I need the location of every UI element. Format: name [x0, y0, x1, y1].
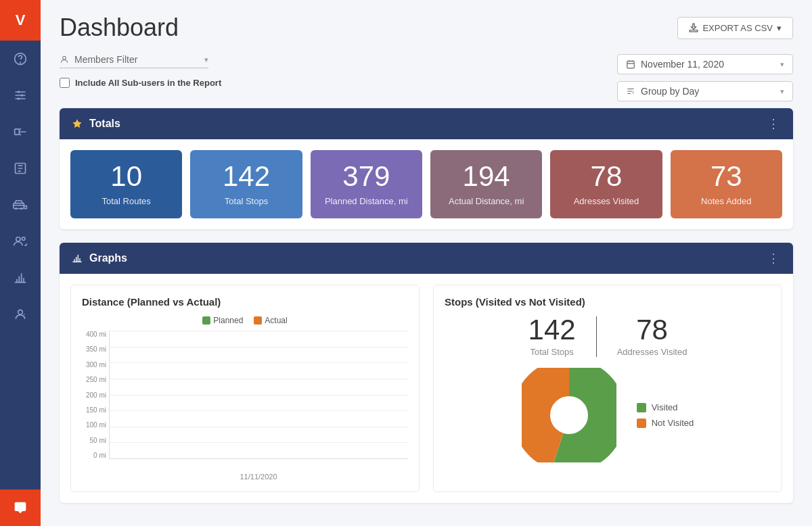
- svg-point-12: [18, 310, 23, 314]
- notes-added-label: Notes Added: [679, 196, 774, 206]
- svg-point-4: [18, 97, 20, 99]
- total-card-planned: 379 Planned Distance, mi: [311, 150, 422, 218]
- totals-title: Totals: [89, 118, 120, 130]
- svg-point-13: [24, 314, 25, 315]
- group-by-filter[interactable]: Group by Day ▾: [617, 81, 793, 101]
- svg-point-8: [15, 208, 17, 210]
- svg-point-1: [20, 62, 21, 63]
- total-card-stops: 142 Total Stops: [190, 150, 302, 218]
- planned-distance-value: 379: [319, 162, 414, 191]
- graphs-section: Graphs ⋮ Distance (Planned vs Actual) Pl…: [60, 243, 793, 503]
- sidebar-item-team[interactable]: [0, 223, 41, 260]
- bar-chart-box: [109, 331, 408, 459]
- not-visited-legend-label: Not Visited: [652, 418, 694, 428]
- grid-line-1: [110, 347, 408, 348]
- pie-slice-not-visited: [531, 377, 607, 453]
- graphs-content: Distance (Planned vs Actual) Planned Act…: [60, 274, 793, 503]
- total-card-notes: 73 Notes Added: [671, 150, 782, 218]
- planned-legend-label: Planned: [213, 316, 243, 325]
- main-content: Dashboard EXPORT AS CSV ▾ Members Filter…: [41, 0, 812, 526]
- subusers-label: Include All Sub-users in the Report: [75, 78, 221, 88]
- y-label-350: 350 mi: [81, 345, 106, 353]
- sidebar-item-orders[interactable]: [0, 150, 41, 187]
- page-title: Dashboard: [60, 14, 179, 42]
- totals-header: Totals ⋮: [60, 108, 793, 139]
- members-filter-arrow: ▾: [204, 55, 208, 64]
- export-arrow: ▾: [777, 23, 782, 33]
- planned-distance-label: Planned Distance, mi: [319, 196, 414, 206]
- pie-legend: Visited Not Visited: [637, 402, 694, 428]
- app-logo: V: [0, 0, 41, 41]
- legend-not-visited: Not Visited: [637, 418, 694, 428]
- members-filter[interactable]: Members Filter ▾: [60, 54, 208, 68]
- svg-rect-15: [627, 61, 635, 68]
- y-label-150: 150 mi: [81, 406, 106, 414]
- export-button[interactable]: EXPORT AS CSV ▾: [677, 17, 793, 39]
- totals-menu[interactable]: ⋮: [767, 116, 781, 131]
- sidebar-item-routes[interactable]: [0, 114, 41, 150]
- visited-legend-label: Visited: [652, 402, 678, 412]
- x-axis-label: 11/11/2020: [109, 473, 408, 481]
- visited-legend-dot: [637, 403, 646, 412]
- sidebar-item-vehicles[interactable]: [0, 187, 41, 223]
- total-routes-value: 10: [78, 162, 174, 191]
- sidebar-item-help[interactable]: [0, 41, 41, 77]
- header-row: Dashboard EXPORT AS CSV ▾: [60, 14, 793, 42]
- totals-grid: 10 Total Routes 142 Total Stops 379 Plan…: [60, 139, 793, 229]
- y-label-250: 250 mi: [81, 376, 106, 383]
- group-by-arrow: ▾: [780, 87, 784, 96]
- total-card-addresses: 78 Adresses Visited: [550, 150, 662, 218]
- members-filter-label: Members Filter: [74, 54, 137, 65]
- grid-line-5: [110, 410, 408, 411]
- y-label-100: 100 mi: [81, 421, 106, 429]
- actual-distance-value: 194: [438, 162, 534, 191]
- filter-right: November 11, 2020 ▾ Group by Day ▾: [617, 54, 793, 101]
- svg-point-3: [21, 94, 23, 96]
- total-card-routes: 10 Total Routes: [70, 150, 182, 218]
- svg-point-11: [22, 237, 25, 241]
- stops-total-value: 142: [528, 316, 576, 344]
- subusers-checkbox-row: Include All Sub-users in the Report: [60, 78, 221, 88]
- chat-button[interactable]: [0, 489, 41, 526]
- total-stops-value: 142: [198, 162, 294, 191]
- grid-line-6: [110, 427, 408, 427]
- addresses-visited-label: Adresses Visited: [558, 196, 654, 206]
- totals-section: Totals ⋮ 10 Total Routes 142 Total Stops…: [60, 108, 793, 229]
- stops-total-label: Total Stops: [528, 347, 576, 357]
- addresses-visited-value: 78: [558, 162, 654, 191]
- graphs-menu[interactable]: ⋮: [767, 251, 781, 266]
- stops-chart-panel: Stops (Visited vs Not Visited) 142 Total…: [433, 285, 782, 492]
- totals-header-title: Totals: [72, 118, 120, 130]
- sidebar-item-account[interactable]: [0, 296, 41, 333]
- svg-point-2: [18, 91, 20, 93]
- pie-chart-svg: [522, 368, 616, 462]
- actual-legend-label: Actual: [265, 316, 287, 325]
- distance-chart-panel: Distance (Planned vs Actual) Planned Act…: [70, 285, 420, 492]
- y-axis: 400 mi 350 mi 300 mi 250 mi 200 mi 150 m…: [81, 331, 106, 459]
- actual-distance-label: Actual Distance, mi: [438, 196, 534, 206]
- pie-area: Visited Not Visited: [445, 368, 771, 462]
- graphs-header-title: Graphs: [72, 252, 127, 264]
- distance-chart-title: Distance (Planned vs Actual): [82, 296, 408, 308]
- date-filter[interactable]: November 11, 2020 ▾: [617, 54, 793, 74]
- total-stops-label: Total Stops: [198, 196, 294, 206]
- date-value: November 11, 2020: [641, 59, 724, 70]
- addresses-visited-stat-label: Addresses Visited: [617, 347, 687, 357]
- addresses-visited-stat-value: 78: [617, 316, 687, 344]
- total-stops-stat: 142 Total Stops: [508, 316, 596, 357]
- total-routes-label: Total Routes: [78, 196, 174, 206]
- graphs-title: Graphs: [89, 252, 127, 264]
- bar-chart-legend: Planned Actual: [82, 316, 408, 325]
- grid-line-3: [110, 379, 408, 379]
- subusers-checkbox[interactable]: [60, 78, 70, 88]
- svg-point-14: [63, 56, 66, 59]
- stops-chart-title: Stops (Visited vs Not Visited): [445, 296, 771, 308]
- sidebar-item-nav[interactable]: [0, 77, 41, 114]
- sidebar-item-analytics[interactable]: [0, 260, 41, 296]
- filters-row: Members Filter ▾ Include All Sub-users i…: [60, 54, 793, 101]
- stops-stats: 142 Total Stops 78 Addresses Visited: [445, 316, 771, 357]
- planned-legend-dot: [202, 316, 210, 325]
- export-label: EXPORT AS CSV: [702, 23, 773, 33]
- grid-line-2: [110, 362, 408, 363]
- svg-point-10: [16, 237, 20, 241]
